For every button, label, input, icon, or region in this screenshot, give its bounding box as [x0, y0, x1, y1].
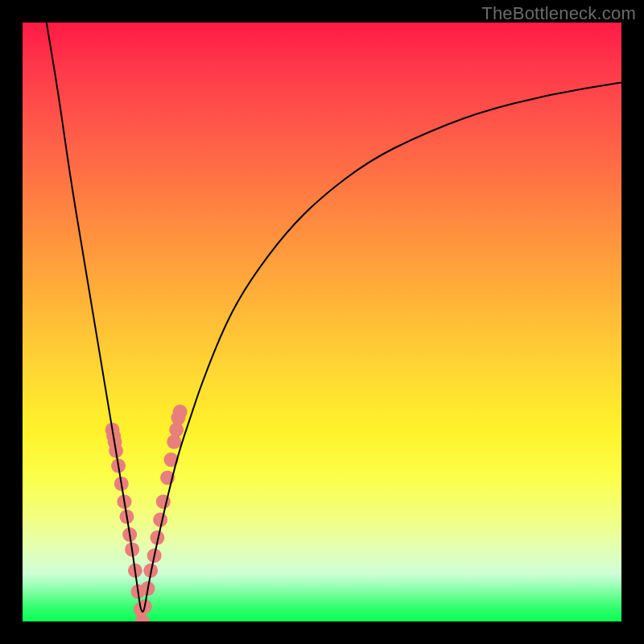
chart-frame: TheBottleneck.com — [0, 0, 644, 644]
highlight-point — [153, 513, 167, 527]
plot-area — [23, 23, 621, 621]
chart-svg — [23, 23, 621, 621]
highlight-point — [173, 405, 188, 419]
bottleneck-curve — [47, 23, 621, 612]
highlight-point — [167, 435, 181, 449]
highlight-points-group — [105, 405, 188, 621]
watermark-text: TheBottleneck.com — [481, 3, 636, 24]
